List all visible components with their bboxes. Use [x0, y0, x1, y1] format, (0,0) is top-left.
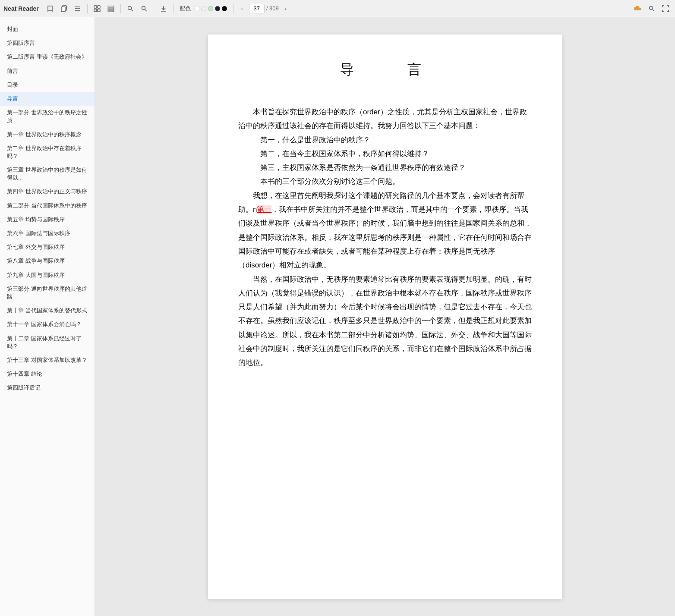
- cloud-icon[interactable]: [632, 3, 644, 15]
- svg-line-15: [145, 9, 147, 11]
- app-brand: Neat Reader: [3, 5, 39, 12]
- download-icon[interactable]: [158, 3, 170, 15]
- svg-rect-6: [98, 6, 100, 8]
- search3-icon[interactable]: [646, 3, 658, 15]
- sidebar-item[interactable]: 第一部分 世界政治中的秩序之性质: [0, 106, 95, 127]
- list-icon[interactable]: [105, 3, 117, 15]
- sidebar-item[interactable]: 第三部分 通向世界秩序的其他道路: [0, 282, 95, 304]
- separator5: [233, 4, 233, 13]
- color-green[interactable]: [208, 6, 213, 11]
- svg-rect-8: [98, 9, 100, 12]
- separator: [87, 4, 88, 13]
- grid-icon[interactable]: [91, 3, 103, 15]
- color-picker: 配色: [180, 5, 227, 13]
- right-toolbar: [632, 3, 672, 15]
- sidebar-item[interactable]: 导言: [0, 92, 95, 106]
- svg-point-19: [650, 6, 653, 9]
- svg-rect-1: [61, 7, 65, 12]
- svg-rect-9: [108, 6, 114, 7]
- sidebar-item[interactable]: 第四章 世界政治中的正义与秩序: [0, 185, 95, 198]
- sidebar-item[interactable]: 第九章 大国与国际秩序: [0, 268, 95, 282]
- sidebar-item[interactable]: 第十二章 国家体系已经过时了吗？: [0, 332, 95, 353]
- chapter-title: 导 言: [238, 60, 532, 79]
- separator4: [173, 4, 173, 13]
- sidebar-item[interactable]: 第二章 世界政治中存在着秩序吗？: [0, 141, 95, 163]
- color-white[interactable]: [194, 6, 199, 11]
- sidebar-item[interactable]: 第二部分 当代国际体系中的秩序: [0, 199, 95, 213]
- sidebar-item[interactable]: 前言: [0, 64, 95, 78]
- main-layout: 封面第四版序言第二版序言 重读《无政府社会》前言目录导言第一部分 世界政治中的秩…: [0, 17, 675, 616]
- prev-page-button[interactable]: ‹: [237, 3, 247, 14]
- sidebar-item[interactable]: 第二版序言 重读《无政府社会》: [0, 50, 95, 64]
- svg-rect-10: [108, 8, 114, 9]
- copy-icon[interactable]: [58, 3, 70, 15]
- app-title: Neat Reader: [3, 5, 39, 12]
- color-dark[interactable]: [215, 6, 220, 11]
- search-icon[interactable]: [124, 3, 136, 15]
- svg-rect-11: [108, 10, 114, 12]
- sidebar-item[interactable]: 第三章 世界政治中的秩序是如何得以...: [0, 163, 95, 185]
- question-item-3: 第三，主权国家体系是否依然为一条通往世界秩序的有效途径？: [238, 161, 532, 175]
- content-body: 本书旨在探究世界政治中的秩序（order）之性质，尤其是分析主权国家社会，世界政…: [238, 105, 532, 370]
- search2-icon[interactable]: [138, 3, 150, 15]
- sidebar: 封面第四版序言第二版序言 重读《无政府社会》前言目录导言第一部分 世界政治中的秩…: [0, 17, 95, 616]
- sidebar-item[interactable]: 第十章 当代国家体系的替代形式: [0, 304, 95, 317]
- svg-point-12: [128, 6, 131, 9]
- sidebar-item[interactable]: 第八章 战争与国际秩序: [0, 254, 95, 268]
- paragraph-conclusion: 当然，在国际政治中，无秩序的要素通常比有秩序的要素表现得更加明显。的确，有时人们…: [238, 273, 532, 370]
- sidebar-item[interactable]: 第七章 外交与国际秩序: [0, 240, 95, 254]
- sidebar-item[interactable]: 第十四章 结论: [0, 367, 95, 381]
- question-item-2: 第二，在当今主权国家体系中，秩序如何得以维持？: [238, 147, 532, 161]
- sidebar-item[interactable]: 第四版序言: [0, 36, 95, 50]
- content-area: 导 言 本书旨在探究世界政治中的秩序（order）之性质，尤其是分析主权国家社会…: [95, 17, 675, 616]
- next-page-button[interactable]: ›: [281, 3, 291, 14]
- svg-line-13: [131, 9, 133, 11]
- separator2: [120, 4, 121, 13]
- highlighted-text: 第一: [257, 205, 271, 214]
- color-sepia[interactable]: [201, 6, 206, 11]
- sidebar-item[interactable]: 目录: [0, 78, 95, 92]
- section-summary: 本书的三个部分依次分别讨论这三个问题。: [238, 175, 532, 189]
- sidebar-item[interactable]: 第四版译后记: [0, 381, 95, 395]
- sidebar-item[interactable]: 第十一章 国家体系会消亡吗？: [0, 317, 95, 331]
- sidebar-item[interactable]: 第六章 国际法与国际秩序: [0, 226, 95, 240]
- svg-rect-7: [94, 9, 97, 12]
- color-black[interactable]: [222, 6, 227, 11]
- sidebar-item[interactable]: 第一章 世界政治中的秩序概念: [0, 128, 95, 141]
- page-number-input[interactable]: [249, 4, 265, 13]
- fullscreen-icon[interactable]: [659, 3, 672, 15]
- page-container: 导 言 本书旨在探究世界政治中的秩序（order）之性质，尤其是分析主权国家社会…: [208, 35, 562, 599]
- svg-rect-5: [94, 6, 97, 8]
- toolbar: Neat Reader 配色 ‹ / 309 ›: [0, 0, 675, 17]
- paragraph-research-path: 我想，在这里首先阐明我探讨这个课题的研究路径的几个基本要点，会对读者有所帮助。n…: [238, 189, 532, 273]
- sidebar-item[interactable]: 第五章 均势与国际秩序: [0, 213, 95, 226]
- svg-line-20: [653, 9, 654, 11]
- sidebar-item[interactable]: 第十三章 对国家体系加以改革？: [0, 353, 95, 367]
- color-label: 配色: [180, 5, 191, 13]
- bookmark-icon[interactable]: [44, 3, 56, 15]
- sidebar-item[interactable]: 封面: [0, 22, 95, 36]
- page-navigation: ‹ / 309 ›: [237, 3, 291, 14]
- page-total: / 309: [266, 5, 279, 12]
- menu-icon[interactable]: [72, 3, 84, 15]
- separator3: [154, 4, 154, 13]
- question-item-1: 第一，什么是世界政治中的秩序？: [238, 133, 532, 147]
- paragraph-intro: 本书旨在探究世界政治中的秩序（order）之性质，尤其是分析主权国家社会，世界政…: [238, 105, 532, 133]
